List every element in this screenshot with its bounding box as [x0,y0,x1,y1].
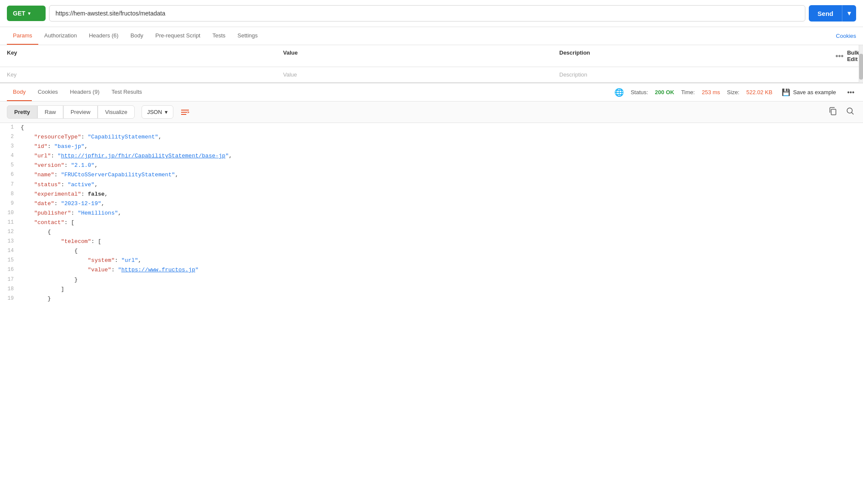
response-tab-cookies[interactable]: Cookies [32,83,64,101]
top-bar: GET ▾ Send ▾ [0,0,863,27]
scrollbar-thumb[interactable] [859,54,863,80]
svg-line-5 [852,113,854,115]
body-toolbar: Pretty Raw Preview Visualize JSON ▾ [0,101,863,123]
view-tab-preview[interactable]: Preview [63,105,98,119]
code-line-12: 12 { [0,227,863,237]
size-label: Size: [727,89,740,95]
tab-params[interactable]: Params [7,27,38,45]
cookies-link[interactable]: Cookies [836,28,856,44]
svg-point-4 [847,108,852,113]
method-chevron-icon: ▾ [28,11,31,16]
globe-icon: 🌐 [614,88,624,97]
time-value: 253 ms [702,89,720,95]
tab-pre-request-script[interactable]: Pre-request Script [149,27,207,45]
response-tab-body[interactable]: Body [7,83,32,101]
save-as-example-button[interactable]: 💾 Save as example [779,86,838,98]
code-line-16: 16 "value": "https://www.fructos.jp" [0,265,863,275]
format-select[interactable]: JSON ▾ [142,105,173,119]
more-dots-icon[interactable]: ••• [835,52,844,61]
size-value: 522.02 KB [746,89,773,95]
send-dropdown-icon[interactable]: ▾ [842,5,856,22]
response-tabs-bar: Body Cookies Headers (9) Test Results 🌐 … [0,83,863,101]
code-line-7: 7 "status": "active", [0,180,863,190]
tab-authorization[interactable]: Authorization [38,27,83,45]
params-description-header: Description [552,45,829,67]
method-label: GET [13,10,25,17]
right-icons [827,105,856,119]
response-meta: 🌐 Status: 200 OK Time: 253 ms Size: 522.… [614,86,856,98]
code-line-9: 9 "date": "2023-12-19", [0,199,863,209]
response-tab-headers[interactable]: Headers (9) [64,83,106,101]
params-value-input[interactable]: Value [276,67,552,82]
tab-headers[interactable]: Headers (6) [83,27,125,45]
format-label: JSON [147,109,162,115]
code-line-19: 19 } [0,294,863,304]
url-input[interactable] [49,5,805,22]
send-button[interactable]: Send ▾ [809,5,856,22]
search-button[interactable] [844,105,856,119]
view-tab-raw[interactable]: Raw [37,105,63,119]
wrap-icon [180,108,190,117]
code-line-13: 13 "telecom": [ [0,237,863,246]
time-label: Time: [681,89,695,95]
save-icon: 💾 [782,88,790,96]
code-line-15: 15 "system": "url", [0,256,863,265]
params-actions-header: ••• Bulk Edit [829,45,863,67]
code-line-1: 1 { [0,123,863,132]
code-line-18: 18 ] [0,285,863,294]
params-description-input[interactable]: Description [552,67,829,82]
code-line-5: 5 "version": "2.1.0", [0,161,863,170]
status-label: Status: [631,89,648,95]
code-line-8: 8 "experimental": false, [0,190,863,199]
view-tab-visualize[interactable]: Visualize [98,105,135,119]
params-value-header: Value [276,45,552,67]
send-label: Send [809,6,842,22]
code-line-10: 10 "publisher": "Hemillions", [0,209,863,218]
params-key-input[interactable]: Key [0,67,276,82]
code-line-6: 6 "name": "FRUCtoSServerCapabilityStatem… [0,170,863,180]
view-tab-pretty[interactable]: Pretty [7,105,37,119]
response-section: Body Cookies Headers (9) Test Results 🌐 … [0,83,863,468]
view-tabs: Pretty Raw Preview Visualize [7,105,135,119]
response-more-options-icon[interactable]: ••• [845,87,856,98]
method-select[interactable]: GET ▾ [7,6,46,21]
tab-tests[interactable]: Tests [207,27,231,45]
code-area[interactable]: 1 { 2 "resourceType": "CapabilityStateme… [0,123,863,468]
code-line-4: 4 "url": "http://jpfhir.jp/fhir/Capabili… [0,151,863,161]
vertical-scrollbar[interactable] [859,45,863,83]
format-chevron-icon: ▾ [165,109,168,115]
code-line-17: 17 } [0,275,863,285]
status-value: 200 OK [655,89,674,95]
params-table: Key Value Description ••• Bulk Edit Key … [0,45,863,83]
tab-body[interactable]: Body [124,27,149,45]
request-tabs: Params Authorization Headers (6) Body Pr… [0,27,863,45]
params-row-actions [829,67,863,82]
params-key-header: Key [0,45,276,67]
code-line-3: 3 "id": "base-jp", [0,142,863,151]
response-tab-test-results[interactable]: Test Results [105,83,148,101]
tab-settings[interactable]: Settings [231,27,264,45]
code-line-11: 11 "contact": [ [0,218,863,227]
copy-button[interactable] [827,105,839,119]
bulk-edit-label[interactable]: Bulk Edit [847,49,859,62]
wrap-button[interactable] [177,106,193,119]
save-example-label: Save as example [793,89,836,95]
code-line-2: 2 "resourceType": "CapabilityStatement", [0,132,863,142]
code-line-14: 14 { [0,246,863,256]
svg-rect-3 [831,109,836,115]
